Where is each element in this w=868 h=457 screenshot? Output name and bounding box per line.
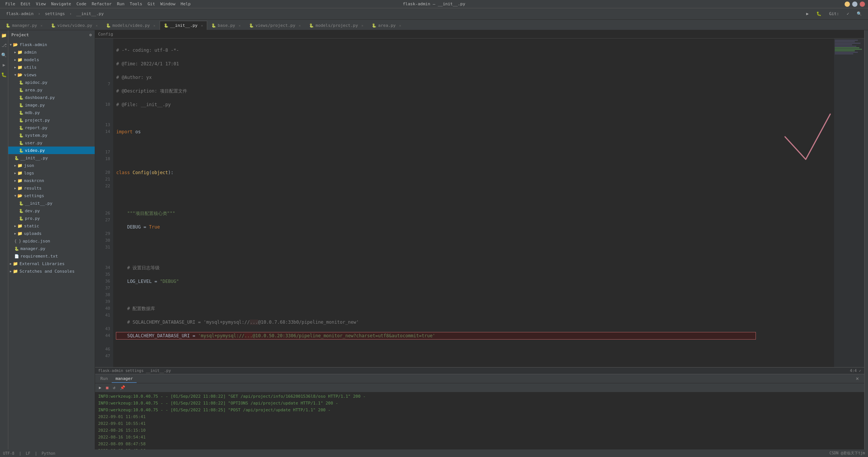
menu-code[interactable]: Code [74,1,89,7]
tab-close-views-video[interactable]: × [95,24,97,28]
close-button[interactable] [860,2,865,7]
menu-git[interactable]: Git [145,1,157,7]
search-left-icon[interactable]: 🔍 [1,52,7,58]
tab-label-area: area.py [378,23,396,28]
tab-icon-views-project: 🐍 [249,23,254,28]
tree-item-mdb-py[interactable]: 🐍 mdb.py [8,109,95,116]
menu-edit[interactable]: Edit [18,1,33,7]
tree-item-dashboard-py[interactable]: 🐍 dashboard.py [8,94,95,101]
tree-item-apidoc-json[interactable]: { } apidoc.json [8,237,95,245]
minimap[interactable] [834,39,864,367]
tab-close-init[interactable]: × [201,24,203,28]
tree-item-user-py[interactable]: 🐍 user.py [8,139,95,147]
tab-views-video-py[interactable]: 🐍 views/video.py × [47,21,102,30]
log-line-8: 2022-08-09 08:47:58 [95,441,864,448]
status-line-ending: LF [26,451,30,455]
maximize-button[interactable] [852,2,857,7]
tree-item-views[interactable]: ▼ 📂 views [8,71,95,79]
tab-models-video-py[interactable]: 🐍 models/video.py × [102,21,160,30]
tab-manager-py[interactable]: 🐍 manager.py × [2,21,47,30]
tree-item-system-py[interactable]: 🐍 system.py [8,131,95,139]
tree-item-apidoc-py[interactable]: 🐍 apidoc.py [8,79,95,86]
bottom-toolbar: ▶ ■ ↺ 📌 [95,383,864,392]
menu-help[interactable]: Help [179,1,193,7]
toolbar-debug-icon[interactable]: 🐛 [813,11,825,17]
tab-models-project-py[interactable]: 🐍 models/project.py × [305,21,368,30]
tree-item-settings-init[interactable]: 🐍 __init__.py [8,199,95,207]
toolbar-git-icon[interactable]: Git: [826,11,842,17]
tree-item-dev-py[interactable]: 🐍 dev.py [8,207,95,215]
bottom-log-content[interactable]: INFO:werkzeug:10.0.40.75 - - [01/Sep/202… [95,392,864,449]
tree-item-static[interactable]: ▶ 📁 static [8,222,95,230]
tree-item-admin[interactable]: ▶ 📁 admin [8,48,95,56]
log-line-2: INFO:werkzeug:10.0.40.75 - - [01/Sep/202… [95,400,864,407]
tree-item-maskrcnn[interactable]: ▶ 📁 maskrcnn [8,177,95,184]
tree-item-report-py[interactable]: 🐍 report.py [8,124,95,131]
menu-navigate[interactable]: Navigate [49,1,74,7]
models-folder-icon: 📁 [17,57,23,62]
tree-item-image-py[interactable]: 🐍 image.py [8,101,95,109]
git-icon[interactable]: ⎇ [1,42,7,48]
tree-flask-admin-root[interactable]: ▼ 📂 flask-admin [8,41,95,48]
bottom-tab-run[interactable]: Run [97,375,112,383]
tree-item-manager-py[interactable]: 🐍 manager.py [8,245,95,252]
bottom-close-btn[interactable]: × [852,375,863,383]
tab-views-project-py[interactable]: 🐍 views/project.py × [245,21,305,30]
menu-run[interactable]: Run [115,1,127,7]
menu-tools[interactable]: Tools [128,1,145,7]
tree-item-external-libs[interactable]: ▶ 📁 External Libraries [8,260,95,267]
tree-item-uploads[interactable]: ▶ 📁 uploads [8,230,95,237]
tree-item-logs[interactable]: ▶ 📁 logs [8,169,95,177]
tree-item-requirement-txt[interactable]: 📄 requirement.txt [8,252,95,260]
code-content[interactable]: # -*- coding: utf-8 -*- # @Time: 2022/4/… [113,39,759,367]
tab-close-views-project[interactable]: × [299,24,301,28]
project-icon[interactable]: 📁 [1,32,7,39]
menu-view[interactable]: View [34,1,48,7]
tree-item-area-py[interactable]: 🐍 area.py [8,86,95,94]
tab-area-py[interactable]: 🐍 area.py × [368,21,405,30]
tree-item-pro-py[interactable]: 🐍 pro.py [8,215,95,222]
minimize-button[interactable] [845,2,850,7]
tree-item-settings[interactable]: ▼ 📂 settings [8,192,95,199]
debug-left-icon[interactable]: 🐛 [1,72,7,78]
tab-close-base[interactable]: × [239,24,240,28]
right-decoration [759,39,834,367]
run-restart-btn[interactable]: ↺ [111,384,118,391]
csdn-watermark: CSDN @君临天下tjm [830,451,865,455]
status-right: 4:4 ✓ [850,369,861,373]
title-bar: File Edit View Navigate Code Refactor Ru… [0,0,868,8]
run-play-btn[interactable]: ▶ [97,384,104,391]
main-area: 📁 ⎇ 🔍 ▶ 🐛 Project ⚙ ▼ 📂 flask-admin ▶ 📁 … [0,30,868,449]
tree-item-project-py[interactable]: 🐍 project.py [8,116,95,124]
tab-base-py[interactable]: 🐍 base.py × [207,21,245,30]
toolbar-commit-icon[interactable]: ✓ [843,11,852,17]
tree-item-scratches[interactable]: ▶ 📁 Scratches and Consoles [8,267,95,275]
tab-icon-models-video: 🐍 [106,23,111,28]
menu-file[interactable]: File [3,1,18,7]
tab-init-py[interactable]: 🐍 __init__.py × [160,21,207,30]
run-left-icon[interactable]: ▶ [1,62,7,68]
tree-item-video-py[interactable]: 🐍 video.py [8,147,95,154]
run-pin-btn[interactable]: 📌 [118,384,128,391]
tree-item-models[interactable]: ▶ 📁 models [8,56,95,63]
tree-item-views-init[interactable]: 🐍 __init__.py [8,154,95,162]
tree-label-dev-py: dev.py [25,208,40,213]
toolbar-run-icon[interactable]: ▶ [803,11,812,17]
tree-label-uploads: uploads [24,231,42,236]
bottom-tab-manager[interactable]: manager [112,375,137,383]
sidebar-settings-icon[interactable]: ⚙ [89,32,92,37]
run-stop-btn[interactable]: ■ [104,384,111,391]
tree-item-utils[interactable]: ▶ 📁 utils [8,63,95,71]
tab-close-area[interactable]: × [399,24,401,28]
code-editor[interactable]: 7 10 13 14 17 18 20 21 22 [95,39,759,367]
project-file-icon: 🐍 [19,118,23,122]
toolbar-search-icon[interactable]: 🔍 [854,11,865,17]
menu-window[interactable]: Window [158,1,178,7]
tab-close-manager[interactable]: × [40,24,42,28]
tab-icon-base: 🐍 [211,23,216,28]
tree-item-json[interactable]: ▶ 📁 json [8,162,95,169]
menu-refactor[interactable]: Refactor [89,1,114,7]
tree-item-results[interactable]: ▶ 📁 results [8,184,95,192]
tab-close-models-video[interactable]: × [153,24,155,28]
tab-close-models-project[interactable]: × [362,24,363,28]
